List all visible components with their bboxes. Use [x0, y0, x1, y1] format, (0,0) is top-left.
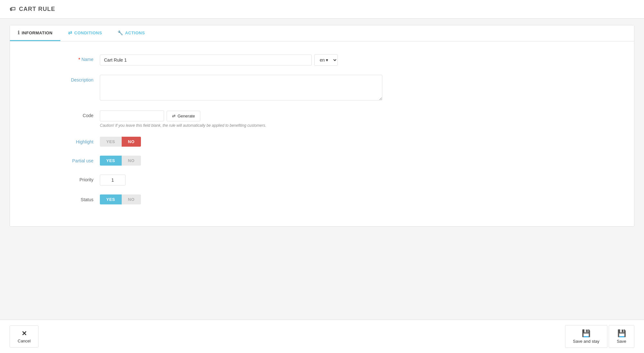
cancel-icon: ✕: [22, 330, 27, 337]
cancel-button[interactable]: ✕ Cancel: [10, 325, 39, 348]
tab-actions-label: ACTIONS: [125, 30, 145, 35]
form-row-description: Description: [29, 75, 615, 101]
status-label: Status: [29, 194, 93, 202]
form-row-partial-use: Partial use YES NO: [29, 156, 615, 166]
save-label: Save: [617, 339, 626, 344]
lang-select[interactable]: en ▾: [314, 54, 338, 66]
highlight-label: Highlight: [29, 137, 93, 144]
save-buttons-group: 💾 Save and stay 💾 Save: [565, 325, 634, 348]
generate-button[interactable]: ⇄ Generate: [167, 111, 200, 121]
main-content: ℹ INFORMATION ⇄ CONDITIONS 🔧 ACTIONS Nam…: [0, 19, 644, 320]
tab-content-information: Name en ▾ Description: [10, 41, 634, 226]
tabs-bar: ℹ INFORMATION ⇄ CONDITIONS 🔧 ACTIONS: [10, 25, 634, 41]
partial-use-yes-button[interactable]: YES: [100, 156, 122, 166]
priority-input[interactable]: [100, 175, 126, 185]
tab-information-label: INFORMATION: [22, 30, 53, 35]
tag-icon: 🏷: [10, 6, 16, 13]
wrench-icon-actions: 🔧: [117, 30, 123, 35]
tab-actions[interactable]: 🔧 ACTIONS: [110, 25, 153, 41]
page-header: 🏷 CART RULE: [0, 0, 644, 19]
page-title: 🏷 CART RULE: [10, 6, 55, 13]
save-stay-label: Save and stay: [573, 339, 599, 344]
card: ℹ INFORMATION ⇄ CONDITIONS 🔧 ACTIONS Nam…: [10, 25, 634, 227]
save-icon: 💾: [617, 329, 626, 338]
code-input[interactable]: [100, 110, 164, 121]
code-wrap: ⇄ Generate Caution! If you leave this fi…: [100, 110, 389, 128]
name-wrap: en ▾: [100, 54, 389, 66]
status-yes-button[interactable]: YES: [100, 194, 122, 204]
highlight-yes-button[interactable]: YES: [100, 137, 122, 147]
name-label: Name: [29, 54, 93, 62]
description-textarea[interactable]: [100, 75, 382, 100]
info-icon: ℹ: [18, 30, 20, 36]
code-hint: Caution! If you leave this field blank, …: [100, 123, 389, 128]
name-input[interactable]: [100, 55, 312, 65]
save-stay-icon: 💾: [582, 329, 590, 338]
highlight-toggle: YES NO: [100, 137, 389, 147]
priority-wrap: [100, 175, 389, 185]
save-and-stay-button[interactable]: 💾 Save and stay: [565, 325, 607, 348]
partial-use-toggle: YES NO: [100, 156, 389, 166]
form-row-priority: Priority: [29, 175, 615, 185]
priority-label: Priority: [29, 175, 93, 182]
page-title-text: CART RULE: [19, 6, 55, 13]
form-row-name: Name en ▾: [29, 54, 615, 66]
cancel-label: Cancel: [18, 339, 30, 343]
partial-use-label: Partial use: [29, 156, 93, 163]
form-row-code: Code ⇄ Generate Caution! If you leave th…: [29, 110, 615, 128]
shuffle-icon-generate: ⇄: [172, 114, 176, 118]
code-label: Code: [29, 110, 93, 118]
status-toggle: YES NO: [100, 194, 389, 204]
status-no-button[interactable]: NO: [122, 194, 141, 204]
tab-conditions[interactable]: ⇄ CONDITIONS: [60, 25, 110, 41]
form-row-highlight: Highlight YES NO: [29, 137, 615, 147]
bottom-bar: ✕ Cancel 💾 Save and stay 💾 Save: [0, 320, 644, 353]
tab-information[interactable]: ℹ INFORMATION: [10, 25, 60, 41]
description-wrap: [100, 75, 389, 101]
shuffle-icon-conditions: ⇄: [68, 30, 73, 36]
highlight-no-button[interactable]: NO: [122, 137, 141, 147]
code-input-group: ⇄ Generate: [100, 110, 389, 121]
save-button[interactable]: 💾 Save: [609, 325, 634, 348]
form-row-status: Status YES NO: [29, 194, 615, 204]
partial-use-no-button[interactable]: NO: [122, 156, 141, 166]
description-label: Description: [29, 75, 93, 82]
generate-label: Generate: [178, 114, 195, 118]
tab-conditions-label: CONDITIONS: [74, 30, 102, 35]
